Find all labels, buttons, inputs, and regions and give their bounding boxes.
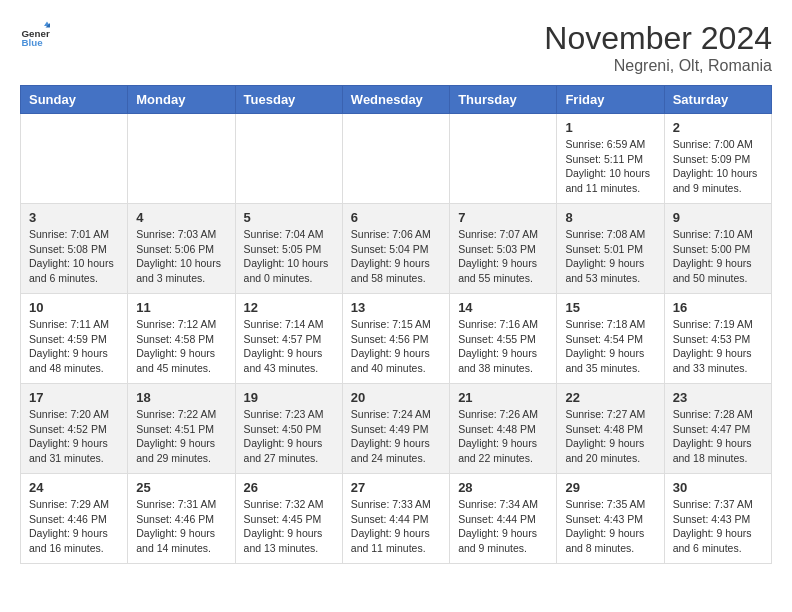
- weekday-header-sunday: Sunday: [21, 86, 128, 114]
- day-cell: 23Sunrise: 7:28 AM Sunset: 4:47 PM Dayli…: [664, 384, 771, 474]
- day-number: 24: [29, 480, 119, 495]
- month-title: November 2024: [544, 20, 772, 57]
- day-cell: 3Sunrise: 7:01 AM Sunset: 5:08 PM Daylig…: [21, 204, 128, 294]
- day-number: 18: [136, 390, 226, 405]
- weekday-header-tuesday: Tuesday: [235, 86, 342, 114]
- day-number: 30: [673, 480, 763, 495]
- day-cell: 13Sunrise: 7:15 AM Sunset: 4:56 PM Dayli…: [342, 294, 449, 384]
- day-cell: 8Sunrise: 7:08 AM Sunset: 5:01 PM Daylig…: [557, 204, 664, 294]
- day-cell: 14Sunrise: 7:16 AM Sunset: 4:55 PM Dayli…: [450, 294, 557, 384]
- day-info: Sunrise: 7:28 AM Sunset: 4:47 PM Dayligh…: [673, 407, 763, 466]
- day-number: 19: [244, 390, 334, 405]
- day-info: Sunrise: 7:08 AM Sunset: 5:01 PM Dayligh…: [565, 227, 655, 286]
- day-cell: 30Sunrise: 7:37 AM Sunset: 4:43 PM Dayli…: [664, 474, 771, 564]
- day-cell: 2Sunrise: 7:00 AM Sunset: 5:09 PM Daylig…: [664, 114, 771, 204]
- day-number: 7: [458, 210, 548, 225]
- logo: General Blue: [20, 20, 50, 50]
- day-cell: 21Sunrise: 7:26 AM Sunset: 4:48 PM Dayli…: [450, 384, 557, 474]
- day-info: Sunrise: 7:04 AM Sunset: 5:05 PM Dayligh…: [244, 227, 334, 286]
- day-number: 5: [244, 210, 334, 225]
- location: Negreni, Olt, Romania: [544, 57, 772, 75]
- week-row-2: 3Sunrise: 7:01 AM Sunset: 5:08 PM Daylig…: [21, 204, 772, 294]
- day-cell: 25Sunrise: 7:31 AM Sunset: 4:46 PM Dayli…: [128, 474, 235, 564]
- day-number: 9: [673, 210, 763, 225]
- day-cell: [235, 114, 342, 204]
- day-info: Sunrise: 7:00 AM Sunset: 5:09 PM Dayligh…: [673, 137, 763, 196]
- day-info: Sunrise: 7:14 AM Sunset: 4:57 PM Dayligh…: [244, 317, 334, 376]
- calendar-table: SundayMondayTuesdayWednesdayThursdayFrid…: [20, 85, 772, 564]
- day-number: 25: [136, 480, 226, 495]
- day-number: 6: [351, 210, 441, 225]
- day-info: Sunrise: 7:11 AM Sunset: 4:59 PM Dayligh…: [29, 317, 119, 376]
- day-info: Sunrise: 7:06 AM Sunset: 5:04 PM Dayligh…: [351, 227, 441, 286]
- weekday-header-wednesday: Wednesday: [342, 86, 449, 114]
- week-row-4: 17Sunrise: 7:20 AM Sunset: 4:52 PM Dayli…: [21, 384, 772, 474]
- weekday-header-thursday: Thursday: [450, 86, 557, 114]
- day-number: 20: [351, 390, 441, 405]
- day-cell: 16Sunrise: 7:19 AM Sunset: 4:53 PM Dayli…: [664, 294, 771, 384]
- day-cell: [21, 114, 128, 204]
- day-info: Sunrise: 7:18 AM Sunset: 4:54 PM Dayligh…: [565, 317, 655, 376]
- day-cell: 5Sunrise: 7:04 AM Sunset: 5:05 PM Daylig…: [235, 204, 342, 294]
- day-info: Sunrise: 7:07 AM Sunset: 5:03 PM Dayligh…: [458, 227, 548, 286]
- day-cell: 17Sunrise: 7:20 AM Sunset: 4:52 PM Dayli…: [21, 384, 128, 474]
- day-cell: 19Sunrise: 7:23 AM Sunset: 4:50 PM Dayli…: [235, 384, 342, 474]
- day-number: 10: [29, 300, 119, 315]
- day-info: Sunrise: 7:01 AM Sunset: 5:08 PM Dayligh…: [29, 227, 119, 286]
- day-number: 21: [458, 390, 548, 405]
- day-info: Sunrise: 7:19 AM Sunset: 4:53 PM Dayligh…: [673, 317, 763, 376]
- day-cell: [128, 114, 235, 204]
- day-number: 1: [565, 120, 655, 135]
- day-info: Sunrise: 7:20 AM Sunset: 4:52 PM Dayligh…: [29, 407, 119, 466]
- day-cell: 18Sunrise: 7:22 AM Sunset: 4:51 PM Dayli…: [128, 384, 235, 474]
- day-info: Sunrise: 7:22 AM Sunset: 4:51 PM Dayligh…: [136, 407, 226, 466]
- day-info: Sunrise: 7:24 AM Sunset: 4:49 PM Dayligh…: [351, 407, 441, 466]
- day-number: 12: [244, 300, 334, 315]
- day-number: 13: [351, 300, 441, 315]
- day-info: Sunrise: 7:32 AM Sunset: 4:45 PM Dayligh…: [244, 497, 334, 556]
- day-info: Sunrise: 7:15 AM Sunset: 4:56 PM Dayligh…: [351, 317, 441, 376]
- day-cell: [342, 114, 449, 204]
- day-info: Sunrise: 6:59 AM Sunset: 5:11 PM Dayligh…: [565, 137, 655, 196]
- day-cell: 11Sunrise: 7:12 AM Sunset: 4:58 PM Dayli…: [128, 294, 235, 384]
- week-row-1: 1Sunrise: 6:59 AM Sunset: 5:11 PM Daylig…: [21, 114, 772, 204]
- day-info: Sunrise: 7:03 AM Sunset: 5:06 PM Dayligh…: [136, 227, 226, 286]
- weekday-header-friday: Friday: [557, 86, 664, 114]
- day-number: 28: [458, 480, 548, 495]
- day-info: Sunrise: 7:29 AM Sunset: 4:46 PM Dayligh…: [29, 497, 119, 556]
- day-number: 11: [136, 300, 226, 315]
- day-cell: 28Sunrise: 7:34 AM Sunset: 4:44 PM Dayli…: [450, 474, 557, 564]
- day-cell: 29Sunrise: 7:35 AM Sunset: 4:43 PM Dayli…: [557, 474, 664, 564]
- day-number: 27: [351, 480, 441, 495]
- day-cell: 27Sunrise: 7:33 AM Sunset: 4:44 PM Dayli…: [342, 474, 449, 564]
- title-block: November 2024 Negreni, Olt, Romania: [544, 20, 772, 75]
- day-info: Sunrise: 7:31 AM Sunset: 4:46 PM Dayligh…: [136, 497, 226, 556]
- day-cell: 7Sunrise: 7:07 AM Sunset: 5:03 PM Daylig…: [450, 204, 557, 294]
- day-info: Sunrise: 7:35 AM Sunset: 4:43 PM Dayligh…: [565, 497, 655, 556]
- day-number: 26: [244, 480, 334, 495]
- day-number: 4: [136, 210, 226, 225]
- logo-icon: General Blue: [20, 20, 50, 50]
- day-info: Sunrise: 7:16 AM Sunset: 4:55 PM Dayligh…: [458, 317, 548, 376]
- week-row-5: 24Sunrise: 7:29 AM Sunset: 4:46 PM Dayli…: [21, 474, 772, 564]
- week-row-3: 10Sunrise: 7:11 AM Sunset: 4:59 PM Dayli…: [21, 294, 772, 384]
- day-cell: 4Sunrise: 7:03 AM Sunset: 5:06 PM Daylig…: [128, 204, 235, 294]
- svg-text:Blue: Blue: [22, 37, 44, 48]
- day-cell: 10Sunrise: 7:11 AM Sunset: 4:59 PM Dayli…: [21, 294, 128, 384]
- day-number: 8: [565, 210, 655, 225]
- day-info: Sunrise: 7:34 AM Sunset: 4:44 PM Dayligh…: [458, 497, 548, 556]
- day-info: Sunrise: 7:23 AM Sunset: 4:50 PM Dayligh…: [244, 407, 334, 466]
- day-info: Sunrise: 7:27 AM Sunset: 4:48 PM Dayligh…: [565, 407, 655, 466]
- day-cell: 15Sunrise: 7:18 AM Sunset: 4:54 PM Dayli…: [557, 294, 664, 384]
- day-info: Sunrise: 7:10 AM Sunset: 5:00 PM Dayligh…: [673, 227, 763, 286]
- day-number: 17: [29, 390, 119, 405]
- day-number: 3: [29, 210, 119, 225]
- day-cell: [450, 114, 557, 204]
- day-number: 22: [565, 390, 655, 405]
- day-cell: 6Sunrise: 7:06 AM Sunset: 5:04 PM Daylig…: [342, 204, 449, 294]
- day-cell: 12Sunrise: 7:14 AM Sunset: 4:57 PM Dayli…: [235, 294, 342, 384]
- day-cell: 24Sunrise: 7:29 AM Sunset: 4:46 PM Dayli…: [21, 474, 128, 564]
- day-info: Sunrise: 7:12 AM Sunset: 4:58 PM Dayligh…: [136, 317, 226, 376]
- day-info: Sunrise: 7:37 AM Sunset: 4:43 PM Dayligh…: [673, 497, 763, 556]
- day-info: Sunrise: 7:33 AM Sunset: 4:44 PM Dayligh…: [351, 497, 441, 556]
